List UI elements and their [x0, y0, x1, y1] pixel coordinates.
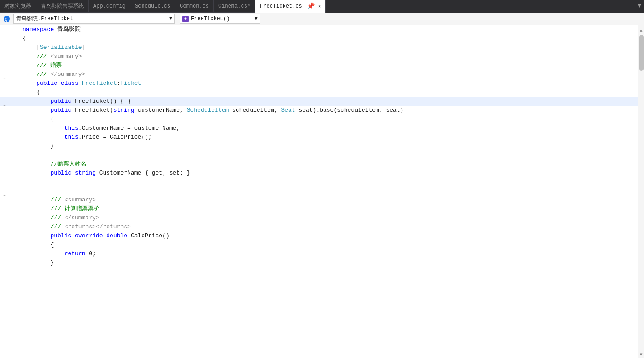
collapse-btn-1[interactable]: − — [2, 25, 7, 27]
line-content-7: public class FreeTicket:Ticket — [20, 79, 638, 88]
method-icon-label: ◆ — [184, 16, 186, 21]
code-line-12: this.CustomerName = customerName; — [0, 124, 638, 133]
tab-label: Common.cs — [180, 3, 209, 9]
line-content-23: /// <returns></returns> — [20, 223, 638, 231]
line-content-13: this.Price = CalcPrice(); — [20, 133, 638, 142]
tab-bar: 对象浏览器 青鸟影院售票系统 App.config Schedule.cs Co… — [0, 0, 644, 13]
line-content-8: { — [20, 88, 638, 97]
code-line-10: − public FreeTicket(string customerName,… — [0, 106, 638, 115]
tab-qingniaoxt[interactable]: 青鸟影院售票系统 — [36, 0, 89, 13]
code-line-7: − public class FreeTicket:Ticket — [0, 79, 638, 88]
code-line-4: /// <summary> — [0, 52, 638, 61]
code-line-3: [Serializable] — [0, 43, 638, 52]
scroll-arrows: ▲ — [640, 29, 642, 33]
line-content-24: public override double CalcPrice() — [20, 231, 638, 240]
tab-label: Cinema.cs* — [218, 3, 251, 9]
line-content-11: { — [20, 115, 638, 124]
code-line-24: − public override double CalcPrice() — [0, 231, 638, 240]
tab-label: 对象浏览器 — [4, 2, 31, 10]
code-line-11: { — [0, 115, 638, 124]
tab-label: App.config — [93, 3, 125, 9]
code-line-1: − namespace 青鸟影院 — [0, 25, 638, 34]
code-line-15 — [0, 151, 638, 160]
line-content-26: return 0; — [20, 249, 638, 258]
editor-area: − namespace 青鸟影院 { [Serializable] /// <s… — [0, 25, 644, 358]
tab-duixiang[interactable]: 对象浏览器 — [0, 0, 36, 13]
line-content-22: /// </summary> — [20, 214, 638, 223]
collapse-btn-20[interactable]: − — [2, 193, 7, 198]
code-line-14: } — [0, 142, 638, 151]
line-content-12: this.CustomerName = customerName; — [20, 124, 638, 133]
line-content-15 — [20, 151, 638, 160]
method-label: FreeTicket() — [191, 16, 229, 22]
code-line-6: /// </summary> — [0, 70, 638, 79]
code-line-27: } — [0, 258, 638, 267]
line-content-20: /// <summary> — [20, 196, 638, 205]
qingniao-icon: Q — [2, 14, 11, 23]
code-line-23: /// <returns></returns> — [0, 223, 638, 231]
code-line-13: this.Price = CalcPrice(); — [0, 133, 638, 142]
code-line-16: //赠票人姓名 — [0, 160, 638, 169]
scroll-up-arrow[interactable]: ▲ — [640, 29, 642, 33]
tab-appconfig[interactable]: App.config — [89, 0, 130, 13]
code-line-9: public FreeTicket() { } — [0, 97, 638, 106]
code-line-8: { — [0, 88, 638, 97]
line-content-10: public FreeTicket(string customerName, S… — [20, 106, 638, 115]
tab-pin-icon: 📌 — [307, 2, 315, 10]
tab-label: FreeTicket.cs — [260, 3, 302, 9]
line-content-5: /// 赠票 — [20, 61, 638, 70]
scroll-up-btn[interactable] — [639, 26, 644, 28]
code-line-20: − /// <summary> — [0, 196, 638, 205]
line-content-25: { — [20, 240, 638, 249]
code-content: − namespace 青鸟影院 { [Serializable] /// <s… — [0, 25, 638, 267]
collapse-btn-10[interactable]: − — [2, 104, 7, 108]
vertical-scrollbar[interactable]: ▲ ▼ — [638, 25, 644, 358]
collapse-btn-24[interactable]: − — [2, 229, 7, 234]
scroll-down-arrow[interactable]: ▼ — [640, 353, 642, 357]
collapse-btn-7[interactable]: − — [2, 77, 7, 81]
tab-cinemacs[interactable]: Cinema.cs* — [214, 0, 255, 13]
line-content-6: /// </summary> — [20, 70, 638, 79]
line-content-16: //赠票人姓名 — [20, 160, 638, 169]
code-editor[interactable]: − namespace 青鸟影院 { [Serializable] /// <s… — [0, 25, 638, 358]
namespace-dropdown-arrow: ▼ — [169, 16, 172, 21]
line-content-18 — [20, 178, 638, 187]
code-line-5: /// 赠票 — [0, 61, 638, 70]
nav-separator — [177, 14, 177, 23]
namespace-label: 青鸟影院.FreeTicket — [16, 15, 73, 22]
code-line-17: public string CustomerName { get; set; } — [0, 169, 638, 178]
tab-close-icon[interactable]: ✕ — [318, 3, 321, 9]
line-content-2: { — [20, 34, 638, 43]
tab-schedulecs[interactable]: Schedule.cs — [130, 0, 175, 13]
line-content-19 — [20, 187, 638, 196]
tab-commoncs[interactable]: Common.cs — [175, 0, 214, 13]
code-line-2: { — [0, 34, 638, 43]
line-content-1: namespace 青鸟影院 — [20, 25, 638, 34]
method-dropdown[interactable]: ◆ FreeTicket() ▼ — [180, 14, 260, 24]
scrollbar-thumb[interactable] — [639, 35, 644, 71]
code-line-18 — [0, 178, 638, 187]
tab-label: 青鸟影院售票系统 — [41, 2, 84, 10]
line-content-27: } — [20, 258, 638, 267]
line-content-14: } — [20, 142, 638, 151]
tab-spacer — [326, 0, 635, 13]
code-line-26: return 0; — [0, 249, 638, 258]
code-line-21: /// 计算赠票票价 — [0, 205, 638, 214]
tab-freeticketcs[interactable]: FreeTicket.cs 📌 ✕ — [255, 0, 326, 13]
namespace-dropdown[interactable]: 青鸟影院.FreeTicket ▼ — [13, 14, 175, 24]
svg-text:Q: Q — [5, 17, 7, 22]
line-content-3: [Serializable] — [20, 43, 638, 52]
method-icon: ◆ — [182, 16, 189, 22]
code-line-19 — [0, 187, 638, 196]
tab-scroll-right[interactable]: ▼ — [635, 0, 644, 13]
line-content-17: public string CustomerName { get; set; } — [20, 169, 638, 178]
nav-bar: Q 青鸟影院.FreeTicket ▼ ◆ FreeTicket() ▼ — [0, 13, 644, 25]
line-content-4: /// <summary> — [20, 52, 638, 61]
line-content-9: public FreeTicket() { } — [20, 97, 638, 106]
code-line-22: /// </summary> — [0, 214, 638, 223]
line-content-21: /// 计算赠票票价 — [20, 205, 638, 214]
code-line-25: { — [0, 240, 638, 249]
method-dropdown-arrow: ▼ — [255, 16, 258, 22]
tab-label: Schedule.cs — [135, 3, 170, 9]
